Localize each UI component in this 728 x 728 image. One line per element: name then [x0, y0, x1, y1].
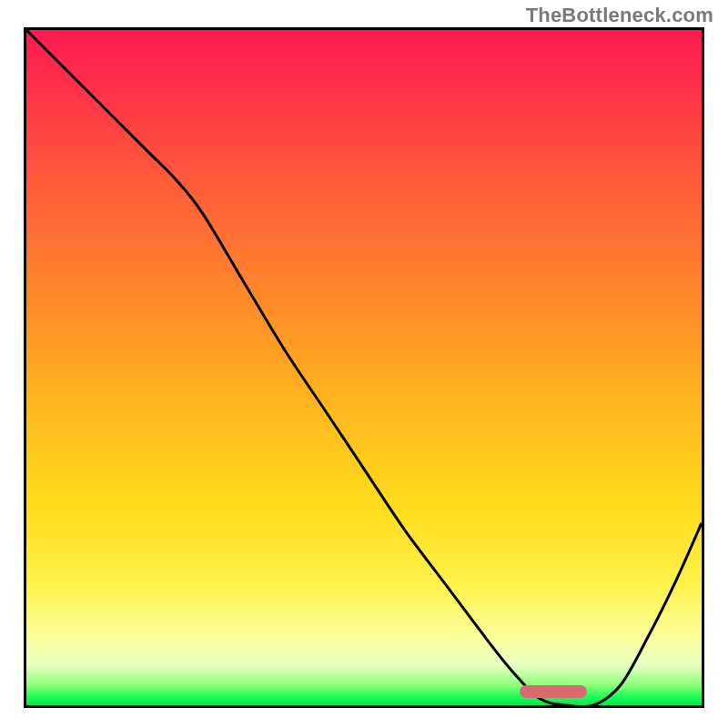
watermark-text: TheBottleneck.com — [526, 4, 713, 27]
plot-area — [24, 27, 704, 708]
curve-line — [26, 30, 702, 705]
optimal-range-marker — [520, 685, 587, 698]
chart-container: TheBottleneck.com — [0, 0, 728, 728]
bottleneck-curve — [26, 30, 702, 705]
